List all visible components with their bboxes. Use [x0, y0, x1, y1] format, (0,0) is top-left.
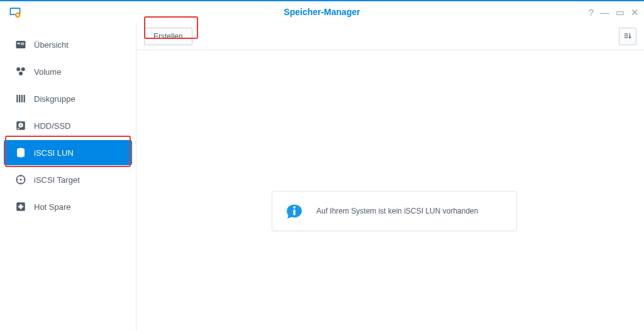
- svg-rect-7: [21, 44, 24, 45]
- titlebar: Speicher-Manager ? — ▭ ✕: [0, 1, 644, 23]
- sidebar-item-label: Diskgruppe: [34, 94, 75, 104]
- svg-rect-27: [625, 37, 628, 38]
- sidebar-item-label: iSCSI LUN: [34, 148, 74, 158]
- svg-point-28: [293, 206, 296, 209]
- overview-icon: [15, 39, 26, 50]
- svg-rect-18: [18, 128, 19, 129]
- hdd-icon: [15, 120, 26, 131]
- target-icon: [15, 174, 26, 185]
- app-icon: [9, 6, 21, 18]
- volume-icon: [15, 66, 26, 77]
- diskgroup-icon: [15, 93, 26, 104]
- toolbar: Erstellen: [136, 23, 644, 50]
- sidebar-item-label: Hot Spare: [34, 202, 71, 212]
- sidebar-item-label: Übersicht: [34, 40, 69, 50]
- svg-point-10: [19, 72, 23, 75]
- sidebar-item-iscsi-lun[interactable]: iSCSI LUN: [4, 140, 132, 165]
- create-button[interactable]: Erstellen: [144, 28, 192, 45]
- svg-rect-24: [18, 206, 23, 208]
- sidebar-item-hddssd[interactable]: HDD/SSD: [4, 113, 132, 138]
- sidebar-item-iscsi-target[interactable]: iSCSI Target: [4, 167, 132, 192]
- info-message: Auf Ihrem System ist kein iSCSI LUN vorh…: [316, 207, 478, 215]
- close-icon[interactable]: ✕: [631, 8, 639, 17]
- sidebar-item-label: Volume: [34, 67, 61, 77]
- svg-rect-29: [293, 209, 295, 215]
- svg-rect-12: [19, 95, 20, 102]
- svg-rect-3: [17, 14, 19, 16]
- svg-rect-25: [625, 33, 628, 34]
- window-title: Speicher-Manager: [284, 7, 360, 17]
- info-icon: [284, 200, 305, 222]
- main-area: Auf Ihrem System ist kein iSCSI LUN vorh…: [136, 50, 644, 331]
- window-controls: ? — ▭ ✕: [589, 8, 639, 17]
- sidebar-item-label: HDD/SSD: [34, 121, 71, 131]
- maximize-icon[interactable]: ▭: [616, 8, 625, 17]
- sidebar-item-overview[interactable]: Übersicht: [4, 32, 132, 57]
- svg-rect-5: [18, 43, 20, 44]
- sidebar-item-diskgroup[interactable]: Diskgruppe: [4, 86, 132, 111]
- hotspare-icon: [15, 201, 26, 212]
- svg-point-21: [20, 179, 22, 181]
- help-icon[interactable]: ?: [589, 8, 594, 17]
- svg-rect-13: [21, 95, 23, 102]
- database-icon: [15, 147, 26, 158]
- sidebar-item-label: iSCSI Target: [34, 175, 80, 185]
- svg-point-17: [20, 124, 21, 126]
- sidebar-item-volume[interactable]: Volume: [4, 59, 132, 84]
- svg-rect-14: [24, 95, 25, 102]
- sidebar-item-hotspare[interactable]: Hot Spare: [4, 194, 132, 219]
- svg-point-8: [16, 67, 20, 71]
- sort-button[interactable]: [619, 28, 636, 45]
- minimize-icon[interactable]: —: [600, 8, 609, 17]
- svg-rect-11: [16, 95, 18, 102]
- sidebar: Übersicht Volume Diskgruppe HDD/SSD: [0, 23, 136, 331]
- svg-point-9: [21, 67, 25, 71]
- content-area: Erstellen Auf Ihrem System ist kein iSCS…: [136, 23, 644, 331]
- svg-rect-26: [625, 35, 628, 36]
- svg-rect-6: [21, 43, 24, 43]
- info-card: Auf Ihrem System ist kein iSCSI LUN vorh…: [272, 191, 517, 231]
